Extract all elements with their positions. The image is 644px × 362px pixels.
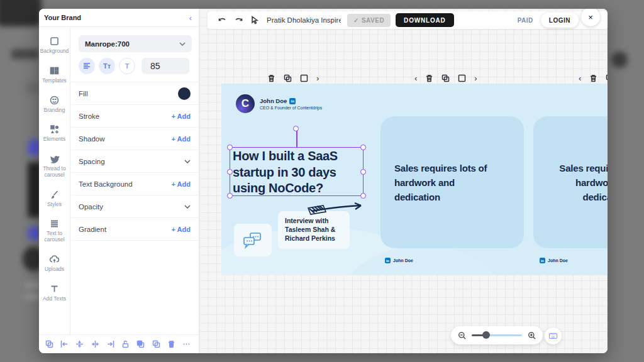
- text-case-button[interactable]: Tт: [99, 58, 115, 74]
- property-row-text-background: Text Background + Add: [71, 173, 199, 195]
- sidebar-item-branding[interactable]: Branding: [39, 95, 70, 114]
- zoom-slider[interactable]: [472, 334, 521, 336]
- resize-handle-w[interactable]: [227, 169, 233, 175]
- resize-handle-e[interactable]: [360, 169, 366, 175]
- resize-handle-se[interactable]: [360, 193, 366, 199]
- zoom-slider-thumb[interactable]: [482, 331, 490, 339]
- sidebar-item-background[interactable]: Background: [39, 36, 70, 55]
- duplicate-slide-icon[interactable]: [606, 74, 608, 82]
- project-title-field[interactable]: Pratik Dholakiya Inspired: [267, 16, 341, 24]
- move-slide-left-icon[interactable]: ‹: [579, 74, 581, 82]
- author-role: CEO & Founder of Contentdrips: [260, 106, 322, 110]
- property-row-opacity[interactable]: Opacity: [71, 195, 199, 218]
- move-slide-left-icon[interactable]: ‹: [414, 74, 417, 82]
- add-text-background-button[interactable]: + Add: [172, 180, 191, 188]
- property-rows: Fill Stroke + Add Shadow + Add Spacing T…: [71, 82, 199, 241]
- rotation-handle[interactable]: [293, 126, 299, 131]
- bring-forward-icon[interactable]: [136, 340, 145, 348]
- chat-sticker-card[interactable]: [234, 224, 272, 256]
- duplicate-slide-icon[interactable]: [284, 74, 292, 82]
- delete-slide-icon[interactable]: [267, 74, 275, 82]
- slide1-toolbar: ›: [267, 72, 319, 84]
- font-family-value: Manrope:700: [85, 40, 130, 48]
- sidebar-item-templates[interactable]: Templates: [39, 65, 70, 84]
- footer-name: John Doe: [548, 258, 568, 263]
- selected-text-element[interactable]: How I built a SaaS startup in 30 days us…: [230, 147, 364, 196]
- resize-handle-ne[interactable]: [360, 145, 366, 150]
- design-canvas[interactable]: Pratik Dholakiya Inspired ✓ SAVED DOWNLO…: [199, 9, 608, 353]
- author-header[interactable]: C John Doe in CEO & Founder of Contentdr…: [236, 94, 322, 113]
- more-options-icon[interactable]: [182, 340, 191, 348]
- background-icon: [49, 36, 60, 47]
- sidebar-item-text-to-carousel[interactable]: Text to carousel: [39, 218, 70, 243]
- sidebar-item-styles[interactable]: Styles: [39, 189, 70, 208]
- interview-note-text: Interview with Tasleem Shah & Richard Pe…: [285, 216, 343, 243]
- login-button[interactable]: LOGIN: [541, 13, 579, 28]
- hand-drawn-arrow[interactable]: [303, 200, 366, 218]
- rotation-stem: [296, 131, 297, 148]
- slide3-toolbar: ‹: [579, 72, 608, 84]
- carousel-slides-strip[interactable]: C John Doe in CEO & Founder of Contentdr…: [221, 84, 608, 275]
- text-controls-row: Tт T: [79, 58, 192, 74]
- slide2-toolbar: ‹ ›: [414, 72, 477, 84]
- add-stroke-button[interactable]: + Add: [172, 112, 191, 120]
- sidebar-item-uploads[interactable]: Uploads: [39, 254, 70, 273]
- layer-actions-bar: [39, 334, 199, 353]
- quote-card-slide2[interactable]: Sales requires lots of hardwork and dedi…: [380, 116, 524, 248]
- keyboard-shortcuts-button[interactable]: [545, 327, 562, 344]
- sidebar-item-thread-to-carousel[interactable]: Thread to carousel: [39, 153, 70, 178]
- text-align-button[interactable]: [79, 58, 95, 74]
- cloud-upload-icon: [49, 254, 60, 265]
- resize-handle-nw[interactable]: [227, 145, 233, 150]
- text-lines-icon: [49, 218, 60, 229]
- zoom-control: [451, 326, 543, 344]
- property-row-shadow: Shadow + Add: [71, 128, 199, 150]
- blank-slide-icon[interactable]: [300, 74, 308, 82]
- redo-button[interactable]: [230, 16, 247, 25]
- add-gradient-button[interactable]: + Add: [172, 226, 191, 233]
- property-row-spacing[interactable]: Spacing: [71, 150, 199, 173]
- collapse-panel-icon[interactable]: ‹: [189, 13, 192, 23]
- zoom-in-icon[interactable]: [528, 331, 536, 340]
- backdrop-circle-blob: [611, 52, 628, 68]
- backdrop-line-blob: [25, 294, 40, 299]
- fill-color-swatch[interactable]: [178, 87, 191, 100]
- undo-button[interactable]: [214, 16, 230, 25]
- slide2-footer: in John Doe: [385, 258, 413, 263]
- align-left-edge-icon[interactable]: [60, 340, 69, 348]
- backdrop-blob: [25, 83, 40, 93]
- blank-slide-icon[interactable]: [458, 74, 466, 82]
- check-icon: ✓: [353, 17, 359, 24]
- sidebar-item-add-texts[interactable]: Add Texts: [39, 283, 70, 302]
- delete-icon[interactable]: [167, 340, 175, 348]
- slide-headline-text[interactable]: How I built a SaaS startup in 30 days us…: [233, 148, 361, 197]
- backdrop-heading-blob: [11, 49, 39, 59]
- duplicate-icon[interactable]: [45, 340, 53, 348]
- select-cursor-button[interactable]: [247, 16, 263, 25]
- duplicate-slide-icon[interactable]: [441, 74, 450, 82]
- send-backward-icon[interactable]: [152, 340, 160, 348]
- unlock-icon[interactable]: [121, 340, 130, 348]
- editor-modal: Your Brand ‹ Background Templates Brandi…: [39, 9, 608, 353]
- font-size-input[interactable]: [142, 58, 189, 74]
- resize-handle-sw[interactable]: [227, 193, 233, 199]
- font-family-select[interactable]: Manrope:700: [79, 35, 192, 52]
- align-right-edge-icon[interactable]: [106, 340, 114, 348]
- move-slide-right-icon[interactable]: ›: [474, 74, 477, 82]
- delete-slide-icon[interactable]: [589, 74, 597, 82]
- add-shadow-button[interactable]: + Add: [172, 135, 191, 143]
- download-button[interactable]: DOWNLOAD: [396, 13, 453, 27]
- delete-slide-icon[interactable]: [425, 74, 433, 82]
- text-style-button[interactable]: T: [119, 58, 135, 74]
- sidebar-item-elements[interactable]: Elements: [39, 124, 70, 143]
- zoom-out-icon[interactable]: [458, 331, 466, 340]
- move-slide-right-icon[interactable]: ›: [316, 74, 319, 82]
- author-name: John Doe: [260, 97, 287, 104]
- quote-card-slide3[interactable]: Sales requires lots of hardwork and dedi…: [533, 116, 608, 248]
- align-horizontal-center-icon[interactable]: [91, 340, 99, 348]
- chat-bubbles-icon: [242, 231, 264, 249]
- brand-panel: Your Brand ‹ Background Templates Brandi…: [39, 9, 199, 353]
- property-row-fill: Fill: [71, 82, 199, 105]
- align-vertical-center-icon[interactable]: [75, 340, 84, 348]
- elements-shapes-icon: [49, 124, 60, 134]
